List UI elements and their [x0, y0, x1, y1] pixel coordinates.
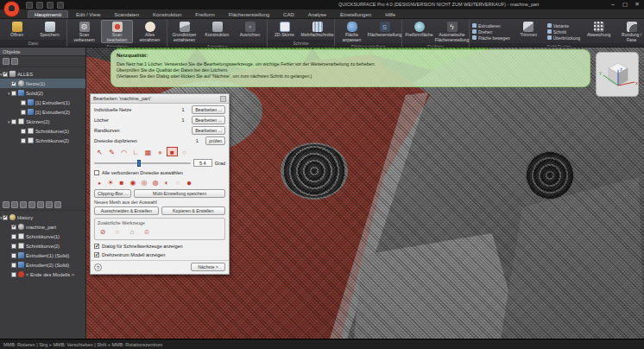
ribbon-button[interactable]: Rundung / Fase [616, 20, 644, 43]
tree-row[interactable]: ALLES [0, 69, 85, 79]
rotation-center-checkbox[interactable] [94, 252, 99, 257]
ribbon-button[interactable]: Abweichung [583, 20, 615, 43]
visibility-checkbox[interactable] [21, 100, 26, 105]
paint-tool-icon[interactable] [105, 178, 116, 187]
ribbon-button[interactable]: Grundkörper extrahieren [168, 20, 200, 43]
history-toolbar-icon[interactable] [28, 201, 35, 208]
selection-tool-icon[interactable] [155, 147, 166, 156]
cut-and-create-button[interactable]: Ausschneiden & Erstellen [94, 206, 159, 215]
extra-tool-icon[interactable] [98, 227, 108, 237]
visibility-checkbox[interactable] [11, 263, 16, 268]
ribbon-button[interactable]: Speichern [34, 20, 66, 40]
close-button[interactable]: ✕ [632, 0, 642, 9]
paint-tool-icon[interactable] [139, 178, 149, 187]
ribbon-small-item[interactable]: Variante [547, 23, 580, 29]
ribbon-button[interactable]: Trimmen [513, 20, 545, 43]
minimize-button[interactable]: – [608, 0, 618, 9]
paint-tool-icon[interactable] [150, 178, 161, 187]
tree-row[interactable]: Netze(1) [0, 79, 85, 88]
paint-tool-icon[interactable] [128, 178, 138, 187]
extra-tool-icon[interactable] [142, 227, 152, 237]
paint-tool-icon[interactable] [184, 178, 194, 187]
view-cube[interactable]: x y z [596, 52, 639, 97]
menu-tab[interactable]: Hauptmenü [28, 10, 68, 18]
visibility-checkbox[interactable] [3, 215, 8, 220]
ribbon-button[interactable]: Ausrichten [234, 20, 266, 43]
tree-row[interactable]: Extrudiert(1) (Solid) [0, 251, 85, 260]
slider-handle[interactable] [137, 160, 141, 167]
ribbon-small-item[interactable]: Extrudieren [472, 23, 510, 29]
visibility-checkbox[interactable] [21, 129, 26, 134]
paint-tool-icon[interactable] [173, 178, 183, 187]
history-toolbar-icon[interactable] [37, 201, 44, 208]
history-toolbar-icon[interactable] [11, 201, 18, 208]
tree-row[interactable]: Schnittkurve(2) [0, 241, 85, 251]
ribbon-button[interactable]: Scan bearbeiten [101, 20, 133, 43]
menu-tab[interactable]: Einstellungen [334, 11, 377, 18]
visibility-checkbox[interactable] [21, 138, 26, 143]
selection-tool-icon[interactable] [106, 147, 117, 156]
quick-access-icon[interactable] [57, 2, 64, 9]
quick-access-icon[interactable] [47, 2, 54, 9]
tree-row[interactable]: < Ende des Modells > [0, 270, 85, 279]
selection-tool-icon[interactable] [179, 147, 190, 156]
visibility-checkbox[interactable] [11, 244, 16, 249]
history-toolbar-icon[interactable] [46, 201, 53, 208]
visibility-checkbox[interactable] [11, 225, 16, 230]
angle-input[interactable]: 5.4 [193, 159, 212, 167]
dialog-title-bar[interactable]: Bearbeiten 'machine_part' [91, 94, 229, 104]
check-duplicates-button[interactable]: prüfen [205, 136, 225, 145]
visibility-checkbox[interactable] [11, 234, 16, 239]
menu-tab[interactable]: Scandaten [108, 11, 145, 18]
menu-tab[interactable]: Edit / View [70, 11, 106, 18]
selection-tool-icon[interactable] [142, 147, 154, 156]
copy-and-create-button[interactable]: Kopieren & Erstellen [161, 206, 226, 215]
extra-tool-icon[interactable] [112, 227, 123, 237]
ribbon-button[interactable]: Fläche anpassen [336, 20, 368, 43]
history-toolbar-icon[interactable] [54, 201, 61, 208]
edit-meshes-button[interactable]: Bearbeiten ... [192, 105, 225, 114]
save-multi-settings-button[interactable]: Multi-Einstellung speichern [134, 189, 225, 198]
menu-tab[interactable]: Flächenerstellung [223, 11, 275, 18]
tree-row[interactable]: Extrudiert(2) (Solid) [0, 260, 85, 270]
ribbon-small-item[interactable]: Überbrückung [547, 35, 580, 41]
tree-row[interactable]: History [0, 213, 85, 222]
objects-toolbar-icon[interactable] [11, 58, 18, 65]
ribbon-button[interactable]: Öffnen [1, 20, 33, 40]
ribbon-button[interactable]: Mehrfachschnitte [301, 20, 333, 40]
selection-tool-icon[interactable] [130, 147, 142, 156]
menu-tab[interactable]: Konstruktion [147, 11, 187, 18]
tree-row[interactable]: Schnittkurve(1) [0, 126, 85, 136]
paint-tool-icon[interactable] [117, 178, 127, 187]
quick-tools-checkbox[interactable] [94, 244, 99, 249]
connected-triangles-checkbox[interactable] [94, 170, 99, 175]
angle-slider[interactable] [94, 162, 191, 164]
mesh-hole-right[interactable] [524, 149, 576, 201]
ribbon-small-item[interactable]: Drehen [472, 29, 510, 35]
extra-tool-icon[interactable] [127, 227, 137, 237]
history-toolbar-icon[interactable] [3, 201, 9, 208]
selection-tool-icon[interactable] [118, 147, 129, 156]
tree-row[interactable]: [1] Extrudiert(2) [0, 107, 85, 117]
menu-tab[interactable]: Freiform [189, 11, 220, 18]
quick-access-icon[interactable] [36, 2, 43, 9]
visibility-checkbox[interactable] [11, 81, 16, 86]
ribbon-button[interactable]: Alles einrahmen [134, 20, 166, 43]
tree-row[interactable]: Schnittkurve(2) [0, 136, 85, 145]
visibility-checkbox[interactable] [11, 253, 16, 258]
ribbon-button[interactable]: Konstruktion [201, 20, 233, 43]
tree-row[interactable]: Schnittkurve(1) [0, 232, 85, 241]
tree-row[interactable]: [1] Extrudiert(1) [0, 98, 85, 107]
edit-boundaries-button[interactable]: Bearbeiten ... [192, 126, 225, 135]
mesh-hole-left[interactable] [281, 143, 348, 200]
ribbon-small-item[interactable]: Fläche bewegen [472, 35, 510, 41]
paint-tool-icon[interactable] [161, 178, 172, 187]
paint-tool-icon[interactable] [94, 178, 104, 187]
objects-toolbar-icon[interactable] [3, 58, 9, 65]
app-logo-icon[interactable] [3, 1, 20, 17]
visibility-checkbox[interactable] [11, 91, 16, 96]
visibility-checkbox[interactable] [3, 72, 8, 77]
tree-row[interactable]: Solid(2) [0, 88, 85, 98]
clipping-box-button[interactable]: Clipping-Box ... [94, 189, 131, 198]
tree-row[interactable]: machine_part [0, 222, 85, 232]
